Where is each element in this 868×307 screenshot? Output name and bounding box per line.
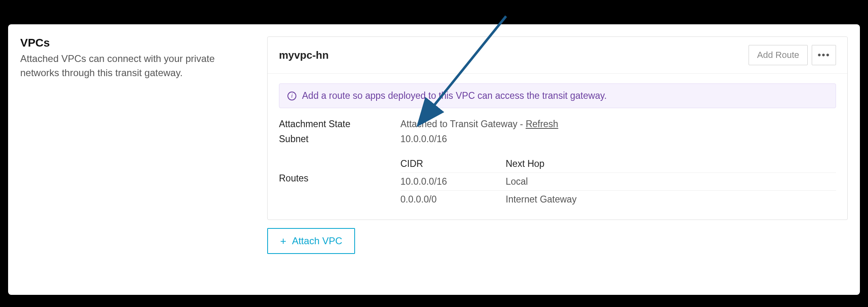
route-cidr: 0.0.0.0/0 xyxy=(400,194,506,205)
refresh-link[interactable]: Refresh xyxy=(525,119,558,129)
attach-vpc-button[interactable]: + Attach VPC xyxy=(267,228,355,254)
ellipsis-icon: ••• xyxy=(817,49,830,61)
add-route-button[interactable]: Add Route xyxy=(749,45,808,65)
right-column: myvpc-hn Add Route ••• i Add a route so … xyxy=(267,36,848,283)
table-row: 10.0.0.0/16 Local xyxy=(400,173,836,191)
routes-block: Routes CIDR Next Hop 10.0.0.0/16 Local 0… xyxy=(279,155,836,208)
subnet-label: Subnet xyxy=(279,134,400,145)
routes-header-row: CIDR Next Hop xyxy=(400,155,836,173)
vpc-card: myvpc-hn Add Route ••• i Add a route so … xyxy=(267,36,848,220)
route-cidr: 10.0.0.0/16 xyxy=(400,176,506,187)
more-actions-button[interactable]: ••• xyxy=(812,45,836,65)
vpc-panel: VPCs Attached VPCs can connect with your… xyxy=(8,24,860,295)
route-nexthop: Internet Gateway xyxy=(506,194,836,205)
subnet-row: Subnet 10.0.0.0/16 xyxy=(279,134,836,145)
info-message: Add a route so apps deployed to this VPC… xyxy=(302,90,607,101)
routes-table: CIDR Next Hop 10.0.0.0/16 Local 0.0.0.0/… xyxy=(400,155,836,208)
info-banner: i Add a route so apps deployed to this V… xyxy=(279,83,836,108)
attachment-state-label: Attachment State xyxy=(279,119,400,130)
card-actions: Add Route ••• xyxy=(749,45,836,65)
attach-vpc-label: Attach VPC xyxy=(292,235,342,247)
attachment-state-row: Attachment State Attached to Transit Gat… xyxy=(279,119,836,130)
routes-header-cidr: CIDR xyxy=(400,158,506,169)
route-nexthop: Local xyxy=(506,176,836,187)
section-description: Attached VPCs can connect with your priv… xyxy=(20,52,255,80)
info-icon: i xyxy=(287,92,296,100)
routes-header-nexthop: Next Hop xyxy=(506,158,836,169)
card-body: i Add a route so apps deployed to this V… xyxy=(268,74,847,220)
vpc-name: myvpc-hn xyxy=(279,49,329,62)
table-row: 0.0.0.0/0 Internet Gateway xyxy=(400,191,836,208)
card-header: myvpc-hn Add Route ••• xyxy=(268,37,847,74)
plus-icon: + xyxy=(280,236,286,246)
attachment-state-value: Attached to Transit Gateway - Refresh xyxy=(400,119,836,130)
subnet-value: 10.0.0.0/16 xyxy=(400,134,836,145)
routes-label: Routes xyxy=(279,155,400,208)
left-column: VPCs Attached VPCs can connect with your… xyxy=(20,36,255,283)
section-title: VPCs xyxy=(20,36,255,49)
